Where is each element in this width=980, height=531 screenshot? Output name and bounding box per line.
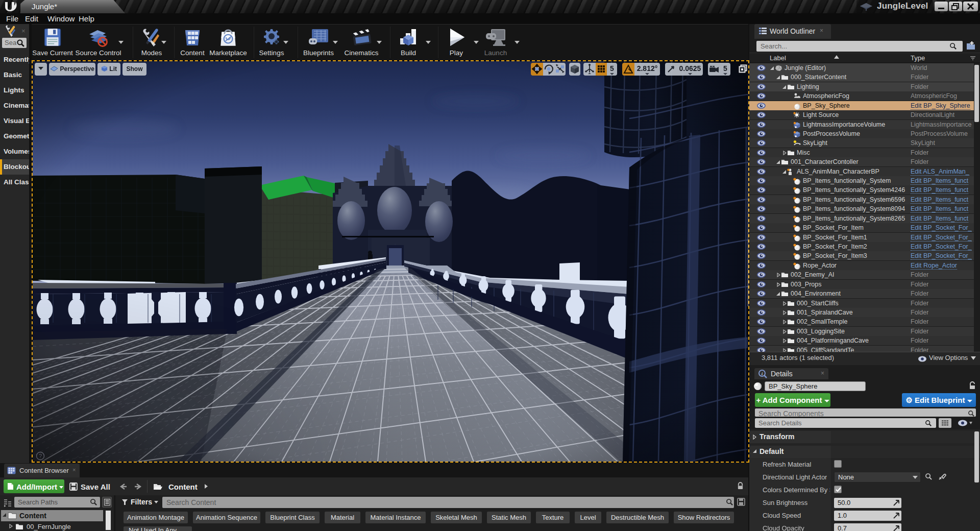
svg-text:i: i — [762, 371, 763, 376]
svg-text:?: ? — [39, 453, 42, 459]
